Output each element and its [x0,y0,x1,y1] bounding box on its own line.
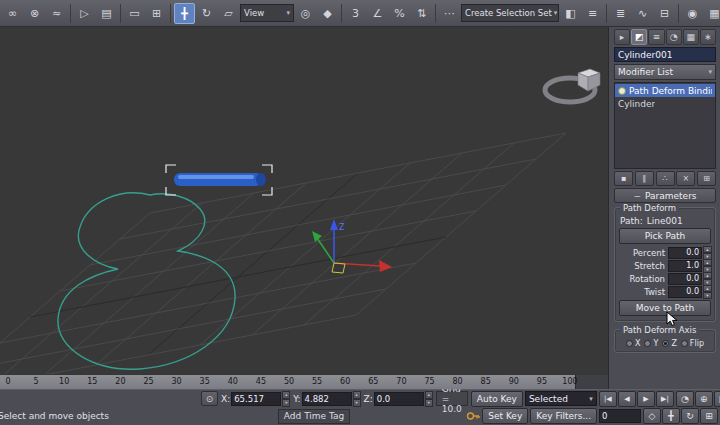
key-set-dropdown[interactable]: Selected ▾ [525,391,597,406]
create-tab[interactable]: ▸ [614,29,630,45]
fov-icon[interactable]: ◇ [643,408,661,424]
display-tab[interactable]: ▦ [683,29,699,45]
y-spinner[interactable]: ▴▾ [353,391,361,407]
mirror-icon[interactable]: ◧ [560,3,581,24]
hierarchy-tab[interactable]: ≡ [648,29,664,45]
z-spinner[interactable]: ▴▾ [425,391,433,407]
orbit-icon[interactable]: ↻ [681,408,699,424]
layer-manager-icon[interactable]: ≣ [610,3,631,24]
modifier-stack-item[interactable]: Cylinder [615,97,715,110]
rotation-spinner[interactable]: ▴▾ [703,272,712,286]
zoom-extents-icon[interactable]: ▣ [714,391,720,407]
go-to-end-button[interactable]: ▶| [656,391,674,407]
percent-snap-icon[interactable]: % [389,3,410,24]
spinner-down-icon[interactable]: ▾ [282,399,290,407]
set-key-button[interactable]: Set Key [482,408,528,424]
x-spinner[interactable]: ▴▾ [282,391,290,407]
rect-selection-region-icon[interactable]: ▭ [124,3,145,24]
spinner-up-icon[interactable]: ▴ [703,246,712,253]
bind-to-spacewarp-icon[interactable]: ≈ [46,3,67,24]
x-field[interactable]: 65.517 [231,392,281,406]
axis-radio-z[interactable]: Z [662,339,676,348]
reference-coordinate-dropdown[interactable]: View▾ [240,4,294,22]
use-pivot-center-icon[interactable]: ◎ [295,3,316,24]
window-crossing-icon[interactable]: ⊞ [146,3,167,24]
angle-snap-icon[interactable]: ∠ [367,3,388,24]
object-name-field[interactable]: Cylinder001 [614,47,716,62]
utilities-tab[interactable]: ∗ [700,29,716,45]
timeline-ruler[interactable]: 0510152025303540455055606570758085909510… [0,374,608,389]
unlink-selection-icon[interactable]: ⊗ [24,3,45,24]
schematic-view-icon[interactable]: ⊟ [654,3,675,24]
curve-editor-icon[interactable]: ∿ [632,3,653,24]
spinner-up-icon[interactable]: ▴ [282,391,290,399]
go-to-start-button[interactable]: |◀ [599,391,617,407]
spinner-up-icon[interactable]: ▴ [425,391,433,399]
align-icon[interactable]: ≡ [582,3,603,24]
named-selection-set-dropdown[interactable]: Create Selection Set▾ [461,4,559,22]
material-editor-icon[interactable]: ◉ [682,3,703,24]
remove-modifier-button[interactable]: × [676,171,695,186]
select-by-name-icon[interactable]: ▤ [96,3,117,24]
select-and-rotate-icon[interactable]: ↻ [196,3,217,24]
select-and-link-icon[interactable]: ∞ [2,3,23,24]
play-animation-button[interactable]: ▶ [637,391,655,407]
spinner-down-icon[interactable]: ▾ [703,292,712,299]
set-key-icon[interactable] [466,410,480,422]
make-unique-button[interactable]: ∴ [656,171,675,186]
radio-icon [681,340,688,347]
timeline-tick: 85 [481,377,491,386]
auto-key-button[interactable]: Auto Key [471,391,523,407]
pick-path-button[interactable]: Pick Path [619,228,711,244]
pan-icon[interactable]: ╋ [662,408,680,424]
move-to-path-button[interactable]: Move to Path [619,300,711,316]
twist-spinner[interactable]: ▴▾ [703,285,712,299]
pin-stack-button[interactable]: ▪ [614,171,633,186]
zoom-icon[interactable]: ◔ [676,391,694,407]
rotation-field[interactable]: 0.0 [668,273,702,285]
timeline-tick: 0 [5,377,10,386]
render-setup-icon[interactable]: ▦ [704,3,720,24]
motion-tab[interactable]: ◔ [666,29,682,45]
named-selection-sets-icon[interactable]: ⋯ [439,3,460,24]
axis-radio-y[interactable]: Y [644,339,658,348]
z-field[interactable]: 0.0 [374,392,424,406]
percent-spinner[interactable]: ▴▾ [703,246,712,260]
spinner-down-icon[interactable]: ▾ [425,399,433,407]
select-object-icon[interactable]: ▷ [74,3,95,24]
spinner-up-icon[interactable]: ▴ [703,272,712,279]
spinner-snap-icon[interactable]: ⇅ [411,3,432,24]
zoom-all-icon[interactable]: ⊕ [695,391,713,407]
parameters-rollout-header[interactable]: − Parameters [614,188,716,203]
stretch-spinner[interactable]: ▴▾ [703,259,712,273]
lock-selection-icon[interactable]: ⊙ [201,391,218,406]
modifier-label: Cylinder [618,99,655,109]
current-frame-field[interactable]: 0 [599,409,641,423]
modifier-stack-item[interactable]: Path Deform Binding (WS [615,84,715,97]
modifier-list-dropdown[interactable]: Modifier List ▾ [614,64,716,80]
previous-frame-button[interactable]: ◀ [618,391,636,407]
select-and-manipulate-icon[interactable]: ◆ [317,3,338,24]
modifier-onoff-icon[interactable] [618,87,626,95]
select-and-scale-icon[interactable]: ▱ [218,3,239,24]
configure-modifier-sets-button[interactable]: ⊞ [697,171,716,186]
spinner-down-icon[interactable]: ▾ [353,399,361,407]
percent-field[interactable]: 0.0 [668,247,702,259]
key-filters-button[interactable]: Key Filters... [530,408,597,424]
y-field[interactable]: 4.882 [302,392,352,406]
select-and-move-icon[interactable]: ╋ [174,3,195,24]
perspective-viewport[interactable]: Z [0,27,608,374]
axis-radio-flip[interactable]: Flip [681,339,704,348]
twist-field[interactable]: 0.0 [668,286,702,298]
spinner-up-icon[interactable]: ▴ [703,259,712,266]
modify-tab[interactable]: ◩ [631,29,647,45]
cylinder-object[interactable] [174,173,266,186]
snap-toggle-icon[interactable]: 3 [345,3,366,24]
add-time-tag[interactable]: Add Time Tag [278,409,350,424]
show-end-result-button[interactable]: ∥ [635,171,654,186]
stretch-field[interactable]: 1.0 [668,260,702,272]
maximize-viewport-icon[interactable]: ⊞ [700,408,718,424]
spinner-up-icon[interactable]: ▴ [353,391,361,399]
spinner-up-icon[interactable]: ▴ [703,285,712,292]
axis-radio-x[interactable]: X [626,339,640,348]
